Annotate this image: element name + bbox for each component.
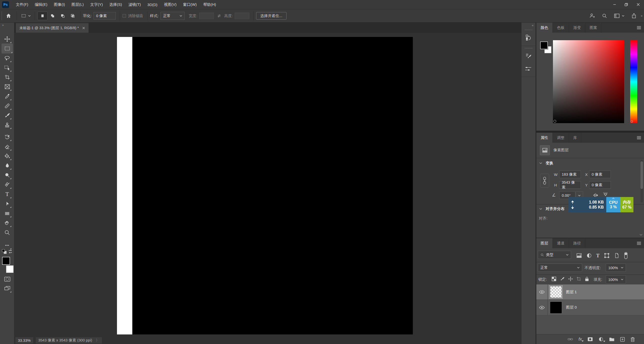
- rectangular-marquee-tool[interactable]: [2, 43, 13, 54]
- menu-layer[interactable]: 图层(L): [68, 0, 87, 9]
- window-minimize-button[interactable]: [609, 0, 620, 9]
- window-restore-button[interactable]: [620, 0, 632, 9]
- hand-tool[interactable]: [3, 218, 12, 227]
- window-close-button[interactable]: [632, 0, 644, 9]
- tab-color[interactable]: 颜色: [536, 23, 553, 33]
- layers-panel-menu-icon[interactable]: [636, 241, 641, 245]
- zoom-level-field[interactable]: 33.33%: [15, 337, 33, 343]
- tab-layers[interactable]: 图层: [536, 238, 553, 248]
- tab-libraries[interactable]: 库: [569, 133, 582, 143]
- toolbar-expand-toggle[interactable]: »: [2, 23, 4, 27]
- tool-preset-picker[interactable]: [19, 13, 32, 19]
- tab-channels[interactable]: 通道: [553, 238, 569, 248]
- new-adjustment-layer-button[interactable]: [598, 337, 603, 342]
- menu-help[interactable]: 帮助(H): [200, 0, 219, 9]
- selection-mode-intersect-button[interactable]: [68, 14, 78, 18]
- properties-scrollbar[interactable]: [640, 160, 643, 203]
- layer-visibility-toggle[interactable]: [536, 284, 548, 300]
- selection-mode-add-button[interactable]: [48, 14, 58, 18]
- filter-type-layers-icon[interactable]: T: [596, 253, 599, 259]
- layer-style-button[interactable]: fx: [579, 337, 582, 342]
- screen-mode-button[interactable]: [3, 284, 12, 293]
- feather-input[interactable]: 0 像素: [94, 12, 116, 20]
- foreground-color-swatch[interactable]: [2, 257, 10, 265]
- antialias-checkbox[interactable]: [123, 14, 126, 18]
- opacity-select[interactable]: 100%: [606, 264, 626, 272]
- edit-toolbar-button[interactable]: •••: [3, 241, 12, 250]
- color-field[interactable]: [553, 40, 624, 123]
- filter-adjustment-layers-icon[interactable]: [586, 253, 592, 258]
- transform-h-field[interactable]: 3543 像素: [559, 181, 581, 189]
- eraser-tool[interactable]: [3, 142, 12, 151]
- panel-scroll-down-icon[interactable]: [639, 234, 642, 236]
- status-chevron-icon[interactable]: 〉: [96, 338, 99, 343]
- layer-thumbnail[interactable]: [549, 285, 562, 299]
- history-panel-icon[interactable]: [523, 32, 534, 43]
- workspace-switcher[interactable]: [614, 13, 624, 19]
- document-info[interactable]: 3543 像素 x 3543 像素 (300 ppi) 〉: [36, 337, 102, 343]
- foreground-background-colors[interactable]: [2, 257, 14, 273]
- transform-x-field[interactable]: 0 像素: [589, 171, 611, 178]
- menu-3d[interactable]: 3D(D): [144, 0, 161, 9]
- document-tab[interactable]: 未标题-1 @ 33.3% (图层 1, RGB/8) *: [16, 23, 89, 33]
- transform-y-field[interactable]: 0 像素: [589, 181, 611, 189]
- filter-shape-layers-icon[interactable]: [604, 253, 610, 259]
- background-color-swatch[interactable]: [6, 265, 14, 273]
- fill-select[interactable]: 100%: [606, 275, 626, 283]
- new-group-button[interactable]: [609, 337, 615, 341]
- layer-visibility-toggle[interactable]: [536, 300, 548, 315]
- dock-collapse-toggle[interactable]: «: [521, 23, 536, 28]
- pen-tool[interactable]: [3, 180, 12, 189]
- menu-select[interactable]: 选择(S): [106, 0, 125, 9]
- select-and-mask-button[interactable]: 选择并遮住...: [256, 12, 287, 20]
- filter-toggle-icon[interactable]: [624, 252, 628, 259]
- rectangle-tool[interactable]: [3, 209, 12, 218]
- lock-transparency-icon[interactable]: [551, 276, 556, 281]
- height-input[interactable]: [235, 13, 249, 19]
- tab-properties[interactable]: 属性: [536, 133, 553, 143]
- dock-group-grip[interactable]: [525, 48, 532, 48]
- transform-w-field[interactable]: 183 像素: [559, 171, 581, 178]
- clone-stamp-tool[interactable]: [3, 120, 12, 129]
- color-panel-menu-icon[interactable]: [636, 26, 641, 29]
- dock-group-grip[interactable]: [525, 30, 532, 30]
- path-selection-tool[interactable]: [3, 199, 12, 208]
- tab-patterns[interactable]: 图案: [585, 23, 602, 33]
- blend-mode-select[interactable]: 正常: [538, 264, 582, 272]
- dodge-tool[interactable]: [3, 171, 12, 180]
- default-colors-icon[interactable]: [2, 249, 7, 254]
- flip-vertical-button[interactable]: [603, 192, 608, 197]
- menu-edit[interactable]: 编辑(E): [31, 0, 51, 9]
- properties-panel-menu-icon[interactable]: [636, 136, 641, 139]
- color-panel-swatches[interactable]: [540, 41, 553, 56]
- width-input[interactable]: [199, 13, 214, 19]
- hue-slider[interactable]: [630, 40, 637, 123]
- foreground-color-swatch[interactable]: [540, 41, 548, 49]
- menu-filter[interactable]: 滤镜(T): [125, 0, 144, 9]
- swap-width-height-icon[interactable]: [217, 14, 221, 18]
- selection-mode-new-button[interactable]: [37, 12, 48, 20]
- zoom-tool[interactable]: [3, 228, 12, 237]
- filter-pixel-layers-icon[interactable]: [576, 253, 582, 259]
- blur-tool[interactable]: [3, 161, 12, 170]
- tab-adjustments[interactable]: 调整: [553, 133, 569, 143]
- layer-row-1[interactable]: 图层 1: [536, 284, 644, 300]
- object-selection-tool[interactable]: [3, 63, 12, 72]
- layer-name[interactable]: 图层 1: [566, 290, 577, 294]
- layer-row-0[interactable]: 图层 0: [536, 300, 644, 315]
- lock-all-icon[interactable]: [585, 276, 589, 281]
- filter-smart-objects-icon[interactable]: [614, 253, 620, 258]
- history-brush-tool[interactable]: [3, 132, 12, 141]
- layer-thumbnail[interactable]: [550, 302, 562, 314]
- crop-tool[interactable]: [3, 73, 12, 82]
- eyedropper-tool[interactable]: [3, 92, 12, 101]
- delete-layer-button[interactable]: [630, 337, 635, 342]
- move-tool[interactable]: [3, 34, 12, 43]
- home-button[interactable]: [3, 13, 14, 19]
- lock-pixels-icon[interactable]: [560, 276, 565, 281]
- brush-tool[interactable]: [3, 111, 12, 120]
- menu-file[interactable]: 文件(F): [13, 0, 31, 9]
- spot-healing-brush-tool[interactable]: [3, 101, 12, 110]
- tab-gradients[interactable]: 渐变: [569, 23, 585, 33]
- hue-slider-marker[interactable]: [631, 120, 633, 123]
